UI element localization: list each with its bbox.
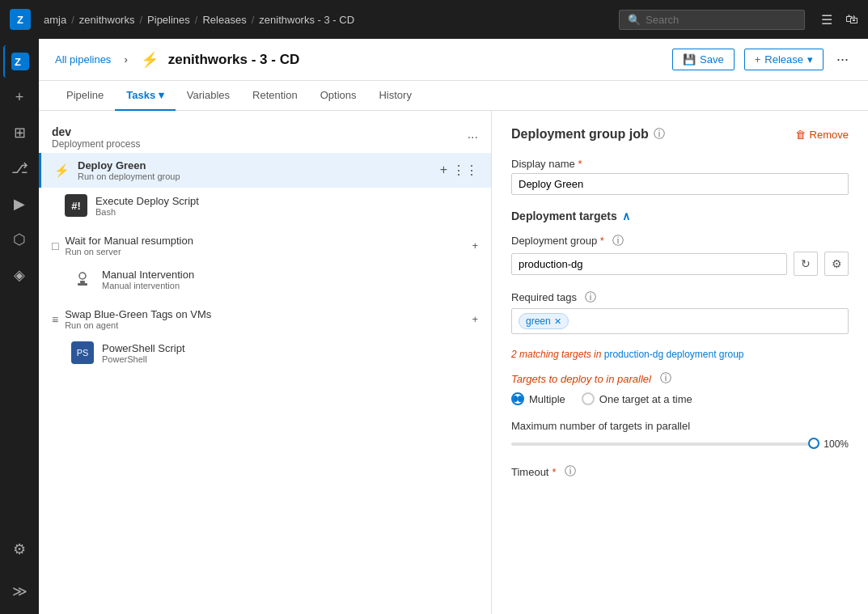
info-icon[interactable]: ⓘ <box>654 127 665 142</box>
tabs-row: Pipeline Tasks ▾ Variables Retention Opt… <box>39 81 868 111</box>
targets-parallel-label: Targets to deploy to in parallel ⓘ <box>511 371 849 386</box>
pane-title: Deployment group job <box>511 127 649 142</box>
deployment-group-row: production-dg ↻ ⚙ <box>511 252 849 276</box>
swap-group-name: Swap Blue-Green Tags on VMs <box>65 308 211 320</box>
top-icons: ☰ 🛍 <box>821 12 858 28</box>
add-agent-task-icon[interactable]: + <box>472 313 478 325</box>
stage-more-button[interactable]: ··· <box>468 130 478 145</box>
save-icon: 💾 <box>683 53 696 66</box>
settings-icon[interactable]: ⚙ <box>3 533 36 565</box>
wait-manual-name: Wait for Manual resumption <box>65 235 193 247</box>
tab-variables[interactable]: Variables <box>176 81 241 111</box>
expand-icon[interactable]: ≫ <box>3 575 36 608</box>
slider-row: 100% <box>511 438 849 450</box>
save-button[interactable]: 💾 Save <box>672 49 735 70</box>
deployment-group-select[interactable]: production-dg <box>511 253 787 275</box>
sidebar-item-pipelines[interactable]: ▶ <box>3 188 36 220</box>
radio-one-circle <box>582 392 595 405</box>
timeout-info-icon[interactable]: ⓘ <box>565 464 576 479</box>
release-button[interactable]: + Release ▾ <box>744 49 824 70</box>
settings-button[interactable]: ⚙ <box>824 252 849 276</box>
refresh-button[interactable]: ↻ <box>794 252 818 276</box>
required-tags-label: Required tags ⓘ <box>511 290 849 305</box>
add-server-task-icon[interactable]: + <box>472 239 478 252</box>
max-targets-label: Maximum number of targets in parallel <box>511 420 849 432</box>
server-icon: □ <box>52 239 58 252</box>
radio-one-at-a-time[interactable]: One target at a time <box>582 392 692 405</box>
sidebar-item-boards[interactable]: ⊞ <box>3 116 36 149</box>
slider-thumb[interactable] <box>808 438 819 449</box>
group-deploy-icon: ⚡ <box>54 163 70 178</box>
deployment-targets-section: Deployment targets ∧ <box>511 210 849 222</box>
bag-icon[interactable]: 🛍 <box>845 12 858 28</box>
sidebar-item-test[interactable]: ⬡ <box>3 223 36 256</box>
header-actions: 💾 Save + Release ▾ ··· <box>672 48 852 71</box>
breadcrumb-pipelines[interactable]: Pipelines <box>147 14 190 26</box>
search-icon: 🔍 <box>628 14 641 26</box>
manual-icon <box>71 268 94 290</box>
collapse-icon[interactable]: ∧ <box>622 210 630 222</box>
deployment-group-form: Deployment group * ⓘ production-dg ↻ ⚙ <box>511 234 849 276</box>
section-title-text: Deployment targets <box>511 210 617 222</box>
right-pane: Deployment group job ⓘ 🗑 Remove Display … <box>492 111 868 614</box>
tags-container[interactable]: green ✕ <box>511 308 849 334</box>
breadcrumb-amja[interactable]: amja <box>44 14 66 26</box>
sidebar-item-repos[interactable]: ⎇ <box>3 152 36 184</box>
server-group-section: □ Wait for Manual resumption Run on serv… <box>39 230 491 297</box>
more-button[interactable]: ··· <box>833 48 852 71</box>
search-input[interactable] <box>646 14 796 26</box>
deploy-green-group[interactable]: ⚡ Deploy Green Run on deployment group +… <box>39 153 491 188</box>
tab-retention[interactable]: Retention <box>241 81 309 111</box>
match-count: 2 matching targets in <box>511 349 601 360</box>
remove-button[interactable]: 🗑 Remove <box>795 129 849 141</box>
swap-bluegreen-group[interactable]: ≡ Swap Blue-Green Tags on VMs Run on age… <box>39 303 491 335</box>
add-task-icon[interactable]: + <box>440 163 447 178</box>
manual-task-sub: Manual intervention <box>102 281 478 290</box>
tab-pipeline[interactable]: Pipeline <box>55 81 115 111</box>
task-powershell[interactable]: PS PowerShell Script PowerShell <box>39 335 491 371</box>
required-tags-group: Required tags ⓘ green ✕ <box>511 290 849 334</box>
tab-history[interactable]: History <box>367 81 422 111</box>
sidebar-item-add[interactable]: + <box>3 81 36 113</box>
tag-green: green ✕ <box>519 313 569 329</box>
breadcrumb-zenithworks[interactable]: zenithworks <box>79 14 135 26</box>
trash-icon: 🗑 <box>795 129 806 141</box>
stage-sub: Deployment process <box>52 138 140 150</box>
display-name-input[interactable] <box>511 173 849 195</box>
tab-options[interactable]: Options <box>309 81 368 111</box>
tag-remove-icon[interactable]: ✕ <box>554 316 561 327</box>
wait-manual-group[interactable]: □ Wait for Manual resumption Run on serv… <box>39 230 491 261</box>
match-link[interactable]: production-dg deployment group <box>604 349 744 360</box>
targets-info-icon[interactable]: ⓘ <box>660 371 671 386</box>
radio-one-label: One target at a time <box>599 393 692 405</box>
list-icon[interactable]: ☰ <box>821 12 832 28</box>
swap-group-sub: Run on agent <box>65 320 211 330</box>
radio-multiple[interactable]: Multiple <box>511 392 565 405</box>
svg-point-2 <box>79 273 86 279</box>
tag-green-label: green <box>526 315 551 327</box>
match-text: 2 matching targets in production-dg depl… <box>511 349 849 360</box>
slider-track[interactable] <box>511 443 814 446</box>
tags-info-icon[interactable]: ⓘ <box>585 290 596 303</box>
tab-tasks[interactable]: Tasks ▾ <box>115 81 176 111</box>
pipeline-icon: ⚡ <box>141 51 159 69</box>
group-sub: Run on deployment group <box>78 171 180 181</box>
search-box[interactable]: 🔍 <box>619 10 805 30</box>
task-manual-intervention[interactable]: Manual Intervention Manual intervention <box>39 261 491 297</box>
drag-icon[interactable]: ⋮⋮ <box>452 163 478 178</box>
task-execute-deploy[interactable]: #! Execute Deploy Script Bash <box>39 188 491 223</box>
page-title: zenithworks - 3 - CD <box>168 52 299 68</box>
group-label: Deploy Green <box>78 159 180 171</box>
sidebar-item-azure[interactable]: Z <box>3 45 36 78</box>
save-label: Save <box>700 53 724 66</box>
chevron-icon: › <box>124 53 127 66</box>
ps-task-sub: PowerShell <box>102 354 478 364</box>
sidebar-item-artifacts[interactable]: ◈ <box>3 259 36 291</box>
all-pipelines-link[interactable]: All pipelines <box>55 53 111 66</box>
deployment-group-info-icon[interactable]: ⓘ <box>612 234 624 247</box>
top-bar: Z amja / zenithworks / Pipelines / Relea… <box>0 0 868 39</box>
svg-rect-3 <box>80 281 85 283</box>
radio-multiple-label: Multiple <box>529 393 565 405</box>
targets-parallel-group: Targets to deploy to in parallel ⓘ Multi… <box>511 371 849 405</box>
breadcrumb-releases[interactable]: Releases <box>202 14 246 26</box>
